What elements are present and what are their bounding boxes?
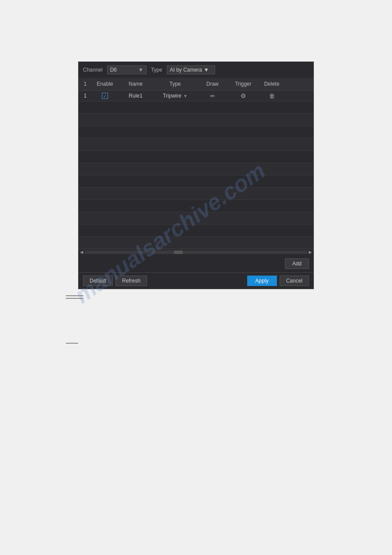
scrollbar-left-arrow[interactable]: ◀	[79, 250, 85, 254]
channel-dropdown-arrow: ▼	[138, 67, 144, 73]
table-row: 1 Rule1 Tripwire ▼ ✏	[79, 91, 313, 102]
enable-checkbox[interactable]	[102, 93, 108, 99]
scrollbar-track[interactable]	[85, 250, 307, 254]
cell-index: 1	[79, 93, 92, 99]
type-dropdown[interactable]: AI by Camera ▼	[167, 65, 215, 74]
cell-trigger[interactable]: ⚙	[228, 92, 259, 99]
row-type: Tripwire	[163, 93, 181, 99]
channel-value: D6	[110, 67, 117, 73]
table-body: 1 Rule1 Tripwire ▼ ✏	[79, 91, 313, 249]
line-1	[66, 295, 83, 296]
cancel-button[interactable]: Cancel	[280, 276, 309, 286]
default-button[interactable]: Default	[83, 276, 113, 286]
scrollbar-right-arrow[interactable]: ▶	[307, 250, 313, 254]
cell-enable[interactable]	[92, 93, 118, 99]
channel-dropdown[interactable]: D6 ▼	[107, 65, 147, 74]
trigger-gear-icon[interactable]: ⚙	[241, 92, 246, 99]
refresh-button[interactable]: Refresh	[115, 276, 147, 286]
table-container: 1 Enable Name Type Draw Trigger Delete 1	[79, 78, 313, 249]
scrollbar-thumb[interactable]	[174, 250, 183, 254]
col-index: 1	[79, 80, 92, 88]
add-button-row: Add	[79, 255, 313, 272]
scrollbar: ◀ ▶	[79, 249, 313, 255]
table-row-empty-12	[79, 237, 313, 249]
cell-delete[interactable]: 🗑	[259, 93, 285, 99]
table-header: 1 Enable Name Type Draw Trigger Delete	[79, 78, 313, 91]
page: Channel D6 ▼ Type AI by Camera ▼ 1 Enabl…	[0, 0, 392, 555]
delete-trash-icon[interactable]: 🗑	[269, 93, 275, 99]
line-2	[66, 298, 83, 299]
col-type: Type	[153, 80, 197, 88]
col-delete: Delete	[259, 80, 285, 88]
type-value: AI by Camera	[170, 67, 202, 73]
table-row-empty-11	[79, 225, 313, 237]
table-row-empty-4	[79, 138, 313, 151]
table-row-empty-5	[79, 151, 313, 163]
add-button[interactable]: Add	[285, 258, 309, 269]
dialog: Channel D6 ▼ Type AI by Camera ▼ 1 Enabl…	[78, 62, 314, 289]
dialog-header: Channel D6 ▼ Type AI by Camera ▼	[79, 62, 313, 78]
table-row-empty-9	[79, 200, 313, 212]
table-row-empty-6	[79, 163, 313, 175]
row-name: Rule1	[129, 93, 142, 99]
type-dropdown-arrow: ▼	[204, 67, 209, 73]
col-trigger: Trigger	[228, 80, 259, 88]
line-3	[66, 343, 78, 344]
col-draw: Draw	[197, 80, 228, 88]
col-enable: Enable	[92, 80, 118, 88]
table-row-empty-8	[79, 188, 313, 200]
table-row-empty-2	[79, 114, 313, 126]
cell-draw[interactable]: ✏	[197, 93, 228, 99]
apply-button[interactable]: Apply	[247, 276, 277, 286]
type-label: Type	[151, 67, 162, 73]
col-name: Name	[118, 80, 153, 88]
dialog-footer: Default Refresh Apply Cancel	[79, 272, 313, 289]
table-row-empty-3	[79, 126, 313, 138]
type-row-arrow: ▼	[183, 94, 187, 98]
table-row-empty-10	[79, 212, 313, 225]
row-index: 1	[84, 93, 87, 99]
cell-type[interactable]: Tripwire ▼	[153, 93, 197, 99]
channel-label: Channel	[83, 67, 103, 73]
table-row-empty-1	[79, 102, 313, 114]
cell-name: Rule1	[118, 93, 153, 99]
table-row-empty-7	[79, 175, 313, 188]
draw-pencil-icon[interactable]: ✏	[210, 93, 215, 99]
